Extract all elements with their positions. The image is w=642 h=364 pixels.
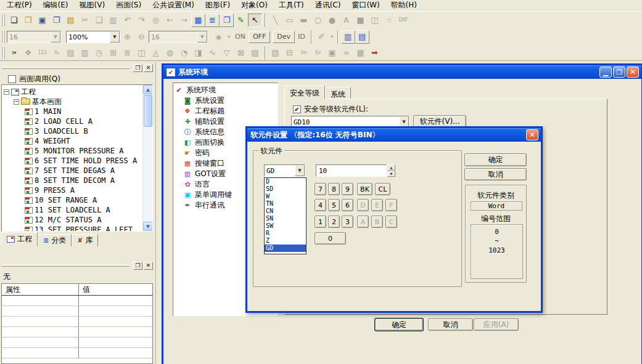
panel-close-icon[interactable]: ✕ [144, 262, 153, 270]
property-row[interactable] [2, 327, 152, 338]
property-row[interactable] [2, 317, 152, 327]
preview-icon[interactable]: ◎ [149, 14, 163, 27]
menu-figure[interactable]: 图形(F) [200, 0, 236, 12]
clock-display-icon[interactable]: ◷ [92, 46, 106, 60]
menu-edit[interactable]: 编辑(E) [38, 0, 74, 12]
undo-icon[interactable]: ↶ [120, 14, 134, 27]
property-row[interactable] [2, 296, 152, 306]
device-number-input[interactable]: 10 [316, 164, 387, 177]
save-icon[interactable]: ▣ [35, 14, 49, 27]
cancel-button[interactable]: 取消 [464, 168, 527, 180]
library-window-icon[interactable]: ▥ [341, 30, 355, 44]
panel-maximize-icon[interactable]: ❐ [133, 64, 142, 72]
alarm-list-icon[interactable]: ≣ [120, 46, 134, 60]
keypad-6[interactable]: 6 [342, 199, 353, 211]
keypad-e[interactable]: E [371, 199, 383, 211]
ok-button[interactable]: 确定 [375, 318, 423, 331]
menu-common-settings[interactable]: 公共设置(M) [147, 0, 200, 12]
fill-color-caret-icon[interactable]: ▾ [226, 30, 232, 44]
comment-edit-icon[interactable]: ▤ [268, 46, 282, 60]
zoom-out-icon[interactable]: ⊖ [134, 30, 149, 44]
maximize-icon[interactable]: ❐ [613, 67, 625, 78]
keypad-7[interactable]: 7 [315, 183, 326, 195]
prev-screen-icon[interactable]: ← [163, 14, 177, 27]
device-type-option[interactable]: SW [265, 222, 306, 230]
screen-call-checkbox[interactable] [8, 75, 16, 83]
select-cursor-icon[interactable]: ↖ [248, 14, 262, 27]
collapse-icon[interactable]: − [4, 89, 9, 95]
scroll-down-icon[interactable]: ▼ [143, 222, 153, 231]
menu-project[interactable]: 工程(P) [1, 0, 38, 12]
keypad-b[interactable]: B [371, 216, 383, 228]
numerical-display-icon[interactable]: 123 [35, 46, 49, 60]
dialog-title-bar[interactable]: ✔ 系统环境 ▁ ❐ ✕ [163, 65, 641, 79]
panel-maximize-icon[interactable]: ❐ [133, 262, 142, 270]
keypad-0[interactable]: 0 [315, 232, 346, 245]
property-column-header[interactable]: 属性 [2, 284, 78, 295]
tree-screen-item[interactable]: 7 SET TIME DEGAS A [25, 166, 141, 176]
value-column-header[interactable]: 值 [78, 284, 152, 295]
panel-gripper[interactable] [2, 264, 130, 267]
device-type-option[interactable]: CN [265, 208, 306, 215]
toolbar-grip[interactable] [1, 47, 6, 59]
tree-screen-item[interactable]: 11 SET LOADCELL A [25, 205, 141, 215]
keypad-f[interactable]: F [385, 199, 397, 211]
menu-view[interactable]: 视图(V) [74, 0, 111, 12]
panel-close-icon[interactable]: ✕ [144, 64, 153, 72]
tab-project[interactable]: 工程 [1, 232, 38, 246]
toolbar-grip[interactable] [1, 31, 6, 43]
line-style-caret-icon[interactable]: ▾ [329, 30, 335, 44]
device-type-combo[interactable]: GD ▼ [264, 164, 305, 177]
off-state-button[interactable]: OFF [249, 31, 270, 43]
id-display-label[interactable]: ID [295, 33, 308, 41]
chevron-down-icon[interactable]: ▼ [197, 31, 207, 42]
comment-display-icon[interactable]: ⊞ [106, 46, 120, 60]
filled-ellipse-tool-icon[interactable]: ● [325, 14, 339, 27]
statistics-graph-icon[interactable]: ▽ [220, 46, 234, 60]
parts-display-icon[interactable]: ◫ [134, 46, 149, 60]
filled-rect-tool-icon[interactable]: ▬ [297, 14, 311, 27]
line-tool-icon[interactable]: ╲ [268, 14, 282, 27]
menu-tools[interactable]: 工具(T) [273, 0, 310, 12]
recipe-icon[interactable]: ▨ [248, 46, 262, 60]
new-icon[interactable]: ❏ [7, 14, 21, 27]
fill-color-icon[interactable]: ◈ [212, 30, 226, 44]
ok-button[interactable]: 确定 [464, 153, 527, 166]
export-tool-icon[interactable]: Ex [311, 46, 325, 60]
tree-screen-item[interactable]: 13 SET PRESSURE A LEFT [25, 225, 141, 232]
menu-object[interactable]: 对象(O) [236, 0, 273, 12]
tree-scrollbar[interactable]: ▲ ▼ [142, 85, 152, 231]
copy-icon[interactable]: ❏ [92, 14, 106, 27]
paste-icon[interactable]: ▥ [106, 14, 120, 27]
chevron-down-icon[interactable]: ▼ [110, 31, 120, 42]
line-style-icon[interactable]: ✐ [315, 30, 329, 44]
keypad-8[interactable]: 8 [328, 183, 340, 195]
tree-screen-item[interactable]: 2 LOAD CELL A [25, 116, 141, 126]
date-display-icon[interactable]: ▤ [64, 46, 78, 60]
save-screen-icon[interactable]: ❐ [49, 14, 64, 27]
scale-tool-icon[interactable]: ◫ [368, 14, 382, 27]
zoom-in-icon[interactable]: ⊕ [120, 30, 134, 44]
tree-node-base-screens[interactable]: − 基本画面 [14, 97, 141, 107]
device-type-option[interactable]: W [265, 193, 306, 200]
spin-up-icon[interactable]: ▲ [387, 164, 395, 171]
jump-next-icon[interactable]: ➡ [368, 46, 382, 60]
next-screen-icon[interactable]: → [177, 14, 191, 27]
scrollbar-thumb[interactable] [144, 95, 152, 127]
keypad-a[interactable]: A [357, 216, 369, 228]
data-view-icon[interactable]: ▤ [355, 30, 369, 44]
collapse-icon[interactable]: − [14, 99, 19, 105]
keypad-backspace[interactable]: BK [357, 183, 372, 195]
level-display-icon[interactable]: ◨ [191, 46, 205, 60]
rect-tool-icon[interactable]: ▭ [282, 14, 297, 27]
keypad-3[interactable]: 3 [342, 216, 353, 228]
tab-security-level[interactable]: 安全等级 [284, 86, 325, 99]
keypad-9[interactable]: 9 [342, 183, 353, 195]
property-row[interactable] [2, 306, 152, 317]
import-tool-icon[interactable]: Im [297, 46, 311, 60]
menu-window[interactable]: 窗口(W) [346, 0, 385, 12]
device-type-option[interactable]: SD [265, 185, 306, 193]
keypad-1[interactable]: 1 [315, 216, 326, 228]
nav-item-system-settings[interactable]: ◙ 系统设置 [173, 95, 278, 106]
cut-icon[interactable]: ✂ [78, 14, 92, 27]
